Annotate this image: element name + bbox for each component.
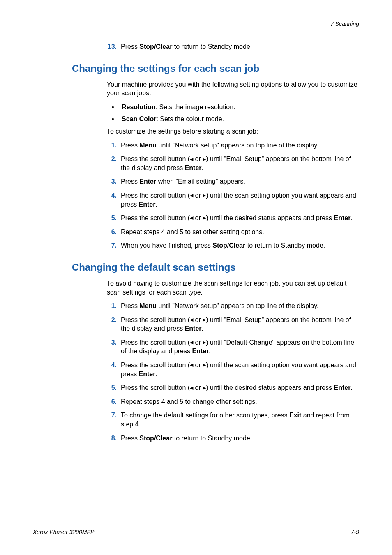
arrow-right-icon: ▶ — [203, 362, 206, 368]
chapter-header: 7 Scanning — [330, 21, 359, 27]
step-number: 6. — [107, 228, 117, 237]
text: Press the scroll button ( — [121, 316, 190, 323]
bold-term: Enter — [185, 164, 202, 171]
bold-term: Enter — [185, 325, 202, 332]
text: Press the scroll button ( — [121, 362, 190, 368]
text: Press — [121, 142, 139, 149]
list-item: 5. Press the scroll button (◀ or ▶) unti… — [107, 214, 359, 223]
bullet-text: Resolution: Sets the image resolution. — [122, 103, 235, 112]
text: . — [350, 384, 352, 391]
list-item: 13. Press Stop/Clear to return to Standb… — [107, 42, 359, 51]
bullet-text: Scan Color: Sets the colour mode. — [122, 115, 224, 124]
step-text: Press the scroll button (◀ or ▶) until t… — [121, 361, 359, 378]
step-text: Press Menu until "Network setup" appears… — [121, 302, 359, 311]
text: ) until the desired status appears and p… — [206, 384, 334, 391]
step-number: 4. — [107, 361, 117, 378]
arrow-left-icon: ◀ — [190, 192, 193, 198]
list-item: 1. Press Menu until "Network setup" appe… — [107, 302, 359, 311]
text: or — [193, 192, 203, 199]
text: : Sets the colour mode. — [156, 115, 224, 122]
list-item: • Resolution: Sets the image resolution. — [112, 103, 359, 112]
footer-product: Xerox Phaser 3200MFP — [33, 529, 94, 535]
arrow-left-icon: ◀ — [190, 156, 193, 162]
arrow-right-icon: ▶ — [203, 192, 206, 198]
text: or — [193, 214, 203, 221]
text: when "Email setting" appears. — [156, 178, 245, 185]
text: Press — [121, 178, 139, 185]
arrow-left-icon: ◀ — [190, 362, 193, 368]
text: or — [193, 155, 203, 162]
step-text: Repeat steps 4 and 5 to change other set… — [121, 397, 359, 406]
list-item: 7. When you have finished, press Stop/Cl… — [107, 241, 359, 250]
arrow-left-icon: ◀ — [190, 317, 193, 323]
bold-term: Stop/Clear — [139, 435, 172, 442]
bold-term: Stop/Clear — [139, 43, 172, 50]
step-number: 3. — [107, 177, 117, 186]
list-item: 6. Repeat steps 4 and 5 to change other … — [107, 397, 359, 406]
bullet-icon: • — [112, 103, 116, 112]
step-number: 1. — [107, 302, 117, 311]
step-number: 2. — [107, 154, 117, 172]
bold-term: Enter — [139, 371, 156, 378]
bold-term: Resolution — [122, 104, 156, 111]
text: . — [155, 371, 157, 378]
step-text: Press the scroll button (◀ or ▶) until "… — [121, 315, 359, 333]
list-item: • Scan Color: Sets the colour mode. — [112, 115, 359, 124]
bullet-icon: • — [112, 115, 116, 124]
step-text: When you have finished, press Stop/Clear… — [121, 241, 359, 250]
step-text: Press Enter when "Email setting" appears… — [121, 177, 359, 186]
text: . — [202, 164, 203, 171]
step-text: Press the scroll button (◀ or ▶) until "… — [121, 154, 359, 172]
text: or — [193, 384, 203, 391]
bold-term: Menu — [139, 142, 157, 149]
text: to return to Standby mode. — [172, 43, 252, 50]
bold-term: Exit — [289, 412, 301, 419]
step-text: Press the scroll button (◀ or ▶) until t… — [121, 383, 359, 392]
list-item: 2. Press the scroll button (◀ or ▶) unti… — [107, 154, 359, 172]
page-number: 7-9 — [351, 529, 359, 535]
section-heading: Changing the default scan settings — [37, 262, 359, 273]
step-number: 7. — [107, 241, 117, 250]
step-text: Press the scroll button (◀ or ▶) until t… — [121, 214, 359, 223]
text: ) until the desired status appears and p… — [206, 214, 334, 221]
step-text: Press Stop/Clear to return to Standby mo… — [121, 434, 359, 443]
text: to return to Standby mode. — [172, 435, 252, 442]
step-text: To change the default settings for other… — [121, 411, 359, 428]
text: Press the scroll button ( — [121, 339, 190, 346]
arrow-right-icon: ▶ — [203, 339, 206, 345]
bold-term: Enter — [334, 214, 351, 221]
text: . — [155, 201, 157, 208]
step-text: Press the scroll button (◀ or ▶) until "… — [121, 338, 359, 356]
text: Press the scroll button ( — [121, 214, 190, 221]
list-item: 8. Press Stop/Clear to return to Standby… — [107, 434, 359, 443]
step-number: 13. — [107, 42, 117, 51]
arrow-left-icon: ◀ — [190, 339, 193, 345]
step-number: 6. — [107, 397, 117, 406]
text: . — [202, 325, 203, 332]
paragraph: To avoid having to customize the scan se… — [107, 279, 359, 297]
section-heading: Changing the settings for each scan job — [37, 63, 359, 74]
arrow-right-icon: ▶ — [203, 156, 206, 162]
paragraph: Your machine provides you with the follo… — [107, 80, 359, 98]
list-item: 7. To change the default settings for ot… — [107, 411, 359, 428]
bold-term: Menu — [139, 302, 157, 309]
step-number: 5. — [107, 383, 117, 392]
step-text: Repeat steps 4 and 5 to set other settin… — [121, 228, 359, 237]
text: Press the scroll button ( — [121, 384, 190, 391]
text: Press — [121, 435, 139, 442]
step-number: 1. — [107, 141, 117, 150]
list-item: 3. Press Enter when "Email setting" appe… — [107, 177, 359, 186]
arrow-right-icon: ▶ — [203, 317, 206, 323]
header-rule — [33, 30, 359, 30]
text: Press the scroll button ( — [121, 155, 190, 162]
text: to return to Standby mode. — [245, 242, 325, 249]
step-number: 5. — [107, 214, 117, 223]
text: until "Network setup" appears on top lin… — [157, 142, 318, 149]
step-number: 7. — [107, 411, 117, 428]
list-item: 1. Press Menu until "Network setup" appe… — [107, 141, 359, 150]
bold-term: Scan Color — [122, 115, 156, 122]
list-item: 3. Press the scroll button (◀ or ▶) unti… — [107, 338, 359, 356]
step-number: 8. — [107, 434, 117, 443]
text: . — [209, 348, 210, 355]
step-text: Press Menu until "Network setup" appears… — [121, 141, 359, 150]
